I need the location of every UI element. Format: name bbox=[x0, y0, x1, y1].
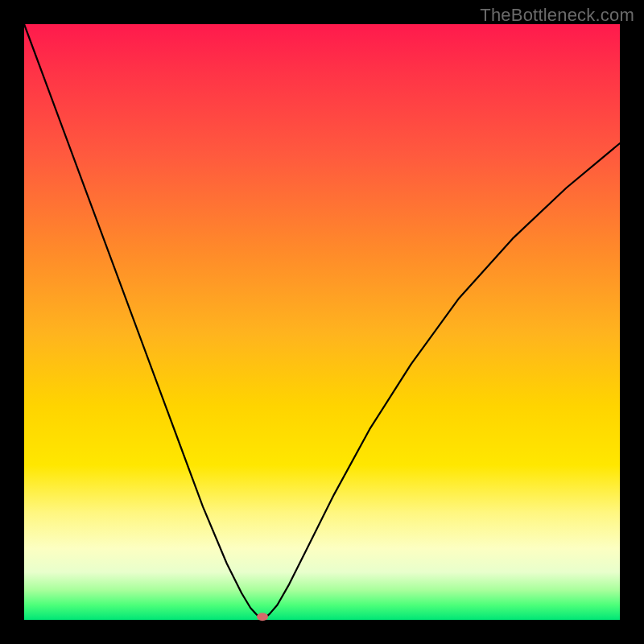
optimum-marker bbox=[257, 613, 268, 621]
curve-svg bbox=[24, 24, 620, 620]
plot-area bbox=[24, 24, 620, 620]
chart-frame: TheBottleneck.com bbox=[0, 0, 644, 644]
watermark-label: TheBottleneck.com bbox=[480, 5, 634, 26]
bottleneck-curve bbox=[24, 24, 620, 619]
